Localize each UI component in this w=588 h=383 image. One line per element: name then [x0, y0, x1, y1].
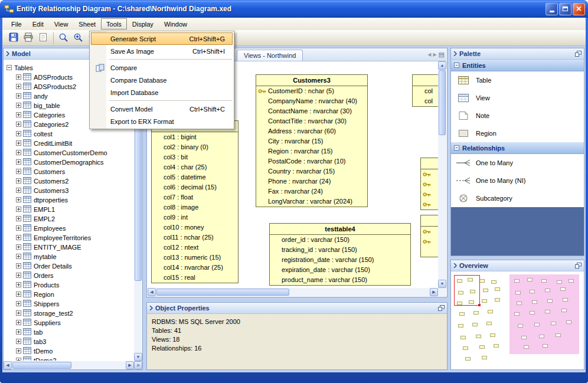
expand-icon[interactable] — [16, 140, 21, 147]
page-button[interactable] — [36, 31, 50, 45]
tab-list-button[interactable] — [439, 51, 445, 58]
palette-section-relationships[interactable]: Relationships — [451, 142, 584, 154]
tree-item-empl2[interactable]: EMPL2 — [4, 214, 133, 224]
expand-icon[interactable] — [16, 357, 21, 361]
tab-scroll-left-button[interactable] — [427, 52, 431, 58]
expand-icon[interactable] — [16, 338, 21, 345]
tree-item-storage-test2[interactable]: storage_test2 — [4, 309, 133, 318]
tree-item-customers[interactable]: Customers — [4, 167, 133, 176]
scroll-right-button[interactable] — [430, 288, 438, 296]
expand-icon[interactable] — [16, 272, 21, 279]
collapse-expander-icon[interactable] — [6, 64, 12, 71]
palette-item-region[interactable]: Region — [451, 125, 584, 142]
tree-item-tab[interactable]: tab — [4, 328, 133, 337]
expand-icon[interactable] — [16, 300, 21, 307]
tab-views-northwind[interactable]: Views - Northwind — [237, 50, 303, 61]
palette-item-subcategory[interactable]: Subcategory — [451, 189, 584, 207]
menu-item-compare-database[interactable]: Compare Database — [91, 74, 233, 86]
expand-icon[interactable] — [16, 215, 21, 222]
entity-testtable3[interactable]: testtable3col1 : bigintcol2 : binary (0)… — [151, 120, 239, 283]
zoom-in-button[interactable] — [71, 31, 85, 45]
scroll-left-button[interactable] — [148, 288, 156, 296]
expand-icon[interactable] — [16, 121, 21, 128]
menu-file[interactable]: File — [6, 18, 27, 30]
entity-partial-bottom[interactable] — [420, 215, 438, 257]
vscrollbar-thumb[interactable] — [439, 70, 446, 135]
palette-item-one-to-many[interactable]: One to Many — [451, 154, 584, 172]
collapse-icon[interactable] — [454, 62, 459, 69]
expand-icon[interactable] — [16, 281, 21, 289]
scroll-down-button[interactable] — [438, 280, 446, 288]
tree-item-mytable[interactable]: mytable — [4, 252, 133, 261]
tree-item-employeeterritories[interactable]: EmployeeTerritories — [4, 233, 133, 243]
expand-icon[interactable] — [16, 291, 21, 298]
float-panel-icon[interactable] — [575, 51, 582, 57]
expand-icon[interactable] — [16, 149, 21, 156]
expand-icon[interactable] — [16, 112, 21, 119]
expand-icon[interactable] — [16, 93, 21, 100]
tab-scroll-right-button[interactable] — [433, 52, 436, 58]
collapse-icon[interactable] — [454, 145, 459, 152]
tree-item-dtproperties[interactable]: dtproperties — [4, 195, 133, 205]
entity-testtable4[interactable]: testtable4order_id : varchar (150)tracki… — [269, 223, 411, 286]
float-panel-icon[interactable] — [438, 305, 445, 311]
expand-icon[interactable] — [16, 263, 21, 270]
overview-thumbnail-2[interactable] — [509, 274, 579, 354]
scroll-right-button[interactable] — [126, 361, 134, 369]
zoom-button[interactable] — [56, 31, 70, 45]
menu-item-import-database[interactable]: Import Database — [91, 86, 233, 99]
tree-item-customers3[interactable]: Customers3 — [4, 186, 133, 195]
tree-item-products[interactable]: Products — [4, 280, 133, 290]
tree-item-customers2[interactable]: Customers2 — [4, 176, 133, 186]
expand-icon[interactable] — [16, 168, 21, 175]
menu-view[interactable]: View — [49, 18, 74, 30]
object-properties-header[interactable]: Object Properties — [147, 303, 447, 314]
print-button[interactable] — [21, 31, 35, 45]
tree-item-employees[interactable]: Employees — [4, 224, 133, 233]
entity-partial-top[interactable]: colcol — [412, 74, 438, 107]
float-panel-icon[interactable] — [575, 263, 582, 269]
menu-window[interactable]: Window — [159, 18, 192, 30]
expand-icon[interactable] — [16, 102, 21, 109]
menu-item-save-as-image[interactable]: Save As ImageCtrl+Shift+I — [91, 45, 233, 57]
tree-item-tab3[interactable]: tab3 — [4, 337, 133, 346]
panel-expand-button[interactable] — [134, 361, 142, 369]
tree-item-shippers[interactable]: Shippers — [4, 299, 133, 309]
palette-section-entities[interactable]: Entities — [451, 60, 584, 71]
palette-header[interactable]: Palette — [451, 48, 584, 60]
expand-icon[interactable] — [16, 159, 21, 166]
tree-item-creditlimitbit[interactable]: CreditLimitBit — [4, 139, 133, 148]
expand-icon[interactable] — [16, 74, 21, 81]
expand-icon[interactable] — [16, 348, 21, 355]
expand-icon[interactable] — [16, 130, 21, 138]
tree-item-customercustomerdemo[interactable]: CustomerCustomerDemo — [4, 148, 133, 158]
tree-item-suppliers[interactable]: Suppliers — [4, 318, 133, 328]
close-button[interactable]: ✕ — [573, 3, 585, 15]
overview-viewport[interactable] — [454, 275, 480, 306]
model-tree-hscrollbar[interactable] — [4, 361, 134, 369]
menu-item-convert-model[interactable]: Convert ModelCtrl+Shift+C — [91, 103, 233, 115]
save-button[interactable] — [6, 31, 21, 45]
expand-icon[interactable] — [16, 83, 21, 90]
tree-item-tdemo[interactable]: tDemo — [4, 346, 133, 356]
hscrollbar-thumb[interactable] — [12, 362, 71, 369]
canvas-vscrollbar[interactable] — [438, 61, 446, 288]
palette-item-note[interactable]: Note — [451, 107, 584, 125]
menu-item-export-to-erx-format[interactable]: Export to ERX Format — [91, 115, 233, 127]
title-bar[interactable]: Entity Relationship Diagram - C:\shared\… — [0, 0, 588, 18]
tree-item-empl1[interactable]: EMPL1 — [4, 205, 133, 214]
tree-item-region[interactable]: Region — [4, 290, 133, 299]
palette-item-one-to-many-ni[interactable]: One to Many (NI) — [451, 172, 584, 189]
tree-item-coltest[interactable]: coltest — [4, 129, 133, 139]
expand-icon[interactable] — [16, 225, 21, 232]
expand-icon[interactable] — [16, 234, 21, 241]
menu-display[interactable]: Display — [127, 18, 159, 30]
tree-item-tdemo2[interactable]: tDemo2 — [4, 356, 133, 361]
entity-partial-mid[interactable] — [420, 158, 438, 210]
expand-icon[interactable] — [16, 244, 21, 251]
expand-icon[interactable] — [16, 187, 21, 194]
tree-item-order-details[interactable]: Order Details — [4, 261, 133, 271]
expand-icon[interactable] — [16, 178, 21, 185]
maximize-button[interactable] — [559, 3, 571, 15]
palette-item-view[interactable]: View — [451, 89, 584, 107]
